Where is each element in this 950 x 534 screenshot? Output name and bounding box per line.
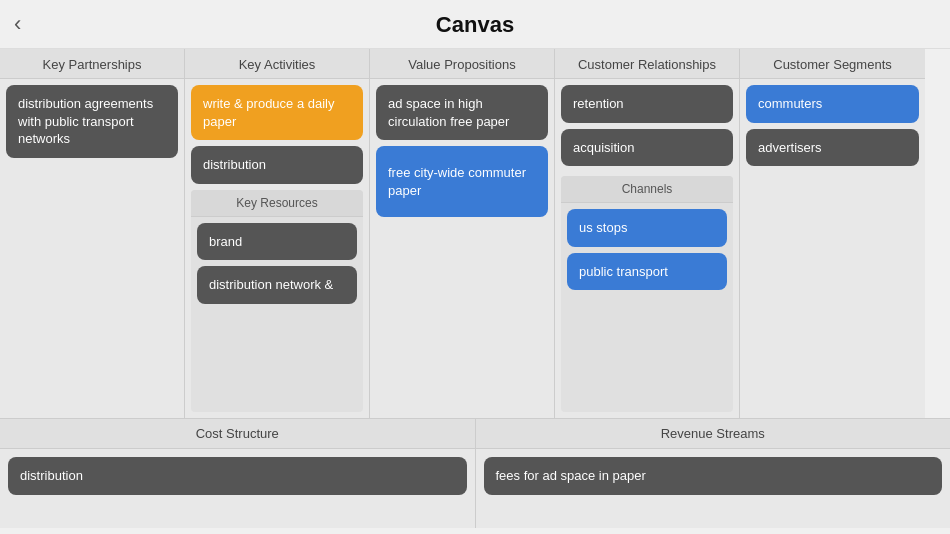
card-relationships-1[interactable]: acquisition [561, 129, 733, 167]
partnerships-body: distribution agreements with public tran… [0, 79, 184, 418]
card-channels-0[interactable]: us stops [567, 209, 727, 247]
card-resources-0[interactable]: brand [197, 223, 357, 261]
card-value-0[interactable]: ad space in high circulation free paper [376, 85, 548, 140]
card-activities-0[interactable]: write & produce a daily paper [191, 85, 363, 140]
card-activities-1[interactable]: distribution [191, 146, 363, 184]
value-header: Value Propositions [370, 49, 554, 79]
key-resources-section: Key Resources brand distribution network… [191, 190, 363, 412]
resources-body: brand distribution network & [191, 217, 363, 310]
channels-section: Channels us stops public transport [561, 176, 733, 412]
card-relationships-0[interactable]: retention [561, 85, 733, 123]
segments-body: commuters advertisers [740, 79, 925, 418]
bottom-section: Cost Structure distribution Revenue Stre… [0, 418, 950, 528]
card-channels-1[interactable]: public transport [567, 253, 727, 291]
revenue-streams-body: fees for ad space in paper [476, 449, 951, 503]
card-partnerships-0[interactable]: distribution agreements with public tran… [6, 85, 178, 158]
channels-header: Channels [561, 176, 733, 203]
relationships-body: retention acquisition Channels us stops … [555, 79, 739, 418]
card-segments-0[interactable]: commuters [746, 85, 919, 123]
revenue-streams-col: Revenue Streams fees for ad space in pap… [476, 419, 951, 528]
column-activities: Key Activities write & produce a daily p… [185, 49, 370, 418]
page-header: ‹ Canvas [0, 0, 950, 49]
value-body: ad space in high circulation free paper … [370, 79, 554, 418]
back-icon: ‹ [14, 11, 21, 36]
activities-header: Key Activities [185, 49, 369, 79]
revenue-streams-header: Revenue Streams [476, 419, 951, 449]
card-cost-0[interactable]: distribution [8, 457, 467, 495]
resources-header: Key Resources [191, 190, 363, 217]
card-value-1[interactable]: free city-wide commuter paper [376, 146, 548, 217]
card-segments-1[interactable]: advertisers [746, 129, 919, 167]
activities-body: write & produce a daily paper distributi… [185, 79, 369, 418]
card-revenue-0[interactable]: fees for ad space in paper [484, 457, 943, 495]
partnerships-header: Key Partnerships [0, 49, 184, 79]
canvas-main: Key Partnerships distribution agreements… [0, 49, 950, 528]
card-resources-1[interactable]: distribution network & [197, 266, 357, 304]
column-segments: Customer Segments commuters advertisers [740, 49, 925, 418]
cost-structure-col: Cost Structure distribution [0, 419, 476, 528]
canvas-body: Key Partnerships distribution agreements… [0, 49, 950, 418]
column-partnerships: Key Partnerships distribution agreements… [0, 49, 185, 418]
back-button[interactable]: ‹ [14, 11, 21, 37]
channels-body: us stops public transport [561, 203, 733, 296]
segments-header: Customer Segments [740, 49, 925, 79]
cost-structure-header: Cost Structure [0, 419, 475, 449]
column-value: Value Propositions ad space in high circ… [370, 49, 555, 418]
relationships-header: Customer Relationships [555, 49, 739, 79]
column-relationships: Customer Relationships retention acquisi… [555, 49, 740, 418]
page-title: Canvas [0, 12, 950, 38]
cost-structure-body: distribution [0, 449, 475, 503]
